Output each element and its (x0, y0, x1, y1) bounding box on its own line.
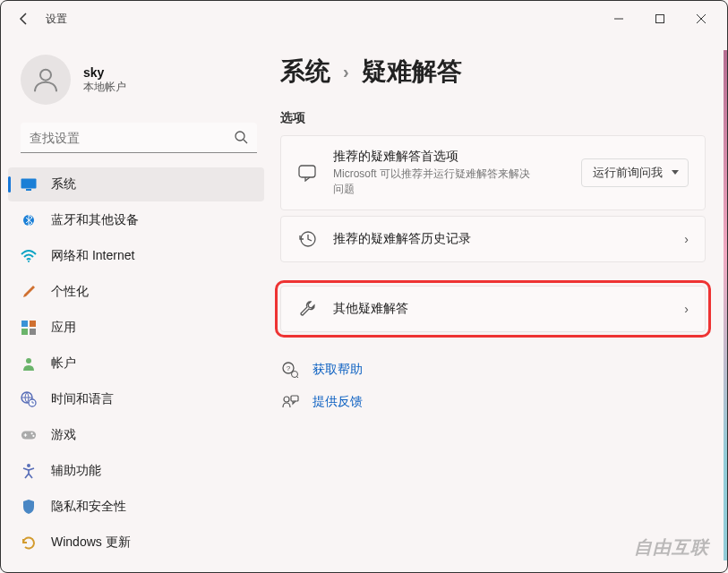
person-icon (21, 355, 37, 372)
help-links: ? 获取帮助 提供反馈 (280, 354, 706, 418)
apps-icon (21, 320, 37, 336)
sidebar-item-accessibility[interactable]: 辅助功能 (8, 454, 264, 488)
sidebar-item-label: 游戏 (51, 427, 76, 443)
sidebar-item-personalization[interactable]: 个性化 (8, 275, 264, 309)
sidebar-item-label: 应用 (51, 320, 76, 336)
svg-point-8 (28, 261, 30, 262)
svg-point-2 (40, 70, 51, 81)
svg-rect-9 (21, 321, 28, 327)
svg-point-19 (27, 464, 30, 467)
svg-rect-6 (26, 189, 31, 191)
nav: 系统 蓝牙和其他设备 网络和 Internet 个性化 应用 帐户 (8, 167, 270, 560)
svg-rect-27 (291, 396, 298, 401)
close-button[interactable] (681, 4, 722, 33)
user-profile[interactable]: sky 本地帐户 (8, 46, 270, 123)
chevron-right-icon: › (684, 232, 689, 246)
svg-line-25 (296, 376, 298, 378)
search-box[interactable] (21, 123, 257, 153)
sidebar-item-label: 时间和语言 (51, 391, 114, 407)
sidebar-item-label: 网络和 Internet (51, 248, 134, 264)
gamepad-icon (21, 427, 37, 443)
breadcrumb-current: 疑难解答 (362, 55, 462, 89)
svg-rect-5 (21, 179, 37, 189)
sidebar-item-label: 系统 (51, 176, 76, 192)
chat-icon (297, 163, 317, 183)
card-title: 推荐的疑难解答历史记录 (333, 231, 675, 247)
svg-rect-12 (30, 329, 36, 335)
sidebar-item-accounts[interactable]: 帐户 (8, 346, 264, 381)
get-help-link[interactable]: ? 获取帮助 (280, 354, 706, 386)
accessibility-icon (21, 463, 37, 479)
help-icon: ? (280, 361, 300, 379)
svg-point-3 (236, 132, 244, 141)
bluetooth-icon (21, 212, 37, 228)
sidebar-item-label: 辅助功能 (51, 463, 101, 479)
card-title: 其他疑难解答 (333, 301, 675, 317)
sidebar-item-update[interactable]: Windows 更新 (8, 526, 264, 560)
back-button[interactable] (6, 1, 42, 37)
search-icon (234, 130, 248, 148)
chevron-right-icon: › (343, 62, 349, 82)
sidebar-item-network[interactable]: 网络和 Internet (8, 239, 264, 273)
arrow-left-icon (17, 12, 31, 26)
sidebar-item-gaming[interactable]: 游戏 (8, 418, 264, 452)
card-subtitle: Microsoft 可以推荐并运行疑难解答来解决问题 (333, 167, 539, 197)
svg-rect-1 (656, 15, 664, 23)
sidebar-item-label: 隐私和安全性 (51, 499, 126, 515)
svg-rect-10 (30, 321, 36, 327)
maximize-icon (655, 14, 664, 23)
wifi-icon (21, 248, 37, 264)
sidebar-item-label: Windows 更新 (51, 535, 131, 551)
decorative-edge (724, 50, 727, 560)
sidebar-item-label: 帐户 (51, 355, 76, 372)
window-title: 设置 (46, 12, 67, 27)
card-title: 推荐的疑难解答首选项 (333, 149, 572, 165)
svg-rect-20 (299, 166, 315, 177)
search-input[interactable] (21, 123, 257, 153)
sidebar-item-privacy[interactable]: 隐私和安全性 (8, 490, 264, 524)
feedback-link-text: 提供反馈 (313, 394, 363, 410)
svg-point-18 (32, 435, 34, 437)
brush-icon (21, 284, 37, 300)
sidebar-item-label: 蓝牙和其他设备 (51, 212, 139, 228)
maximize-button[interactable] (639, 4, 681, 33)
feedback-icon (280, 393, 300, 411)
svg-point-26 (284, 397, 289, 402)
sidebar-item-time-language[interactable]: 时间和语言 (8, 382, 264, 416)
person-icon (31, 65, 60, 94)
svg-line-4 (244, 140, 247, 143)
preference-dropdown[interactable]: 运行前询问我 (581, 158, 689, 187)
card-troubleshoot-preference[interactable]: 推荐的疑难解答首选项 Microsoft 可以推荐并运行疑难解答来解决问题 运行… (280, 135, 706, 210)
card-troubleshoot-history[interactable]: 推荐的疑难解答历史记录 › (280, 216, 706, 262)
avatar (21, 55, 71, 105)
help-link-text: 获取帮助 (313, 362, 363, 378)
monitor-icon (21, 176, 37, 192)
section-label-options: 选项 (280, 110, 706, 126)
dropdown-value: 运行前询问我 (593, 166, 663, 179)
update-icon (21, 535, 37, 551)
shield-icon (21, 499, 37, 515)
breadcrumb-root[interactable]: 系统 (280, 55, 330, 89)
sidebar-item-system[interactable]: 系统 (8, 167, 264, 201)
history-icon (297, 229, 317, 249)
close-icon (697, 14, 706, 23)
chevron-right-icon: › (684, 302, 689, 316)
watermark: 自由互联 (634, 535, 709, 560)
titlebar: 设置 (1, 1, 727, 37)
user-name: sky (83, 65, 126, 80)
minimize-icon (614, 14, 623, 23)
account-type: 本地帐户 (83, 80, 126, 95)
sidebar: sky 本地帐户 系统 蓝牙和其他设备 网络和 Internet (1, 37, 270, 572)
wrench-icon (297, 299, 317, 319)
svg-text:?: ? (287, 364, 291, 372)
sidebar-item-bluetooth[interactable]: 蓝牙和其他设备 (8, 203, 264, 237)
globe-clock-icon (21, 391, 37, 407)
sidebar-item-label: 个性化 (51, 284, 89, 300)
svg-rect-11 (21, 329, 28, 335)
minimize-button[interactable] (598, 4, 639, 33)
svg-point-17 (31, 432, 33, 434)
content: 系统 › 疑难解答 选项 推荐的疑难解答首选项 Microsoft 可以推荐并运… (270, 37, 727, 572)
sidebar-item-apps[interactable]: 应用 (8, 311, 264, 345)
feedback-link[interactable]: 提供反馈 (280, 386, 706, 418)
card-other-troubleshooters[interactable]: 其他疑难解答 › (280, 286, 706, 332)
